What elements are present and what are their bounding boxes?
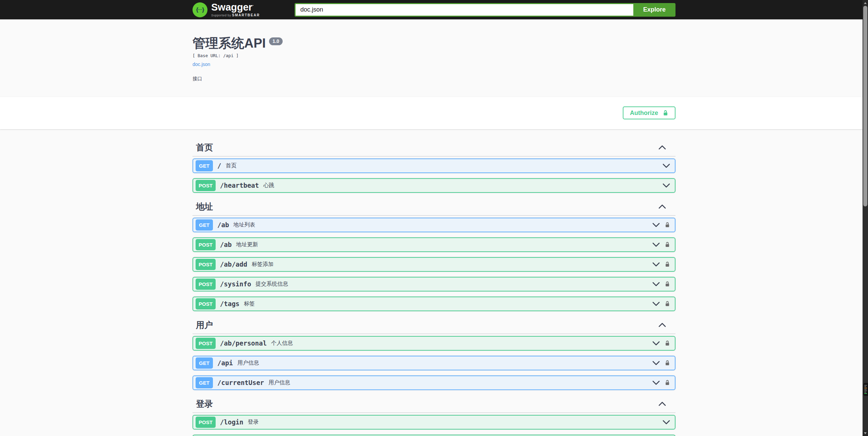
lock-icon[interactable] [665, 261, 670, 268]
api-tag-section: 用户 POST /ab/personal 个人信息 GET /api 用户信息 [193, 316, 675, 390]
operation-row[interactable]: POST /tags 标签 [193, 297, 675, 311]
minimap-widget [863, 383, 868, 396]
unlock-icon [663, 110, 668, 117]
endpoint-path: /heartbeat [220, 182, 259, 189]
api-tag-section: 地址 GET /ab 地址列表 POST /ab 地址更新 [193, 198, 675, 311]
chevron-down-icon[interactable] [652, 262, 660, 267]
operation-row[interactable]: POST /ab/personal 个人信息 [193, 336, 675, 351]
method-badge: GET [196, 219, 213, 231]
lock-icon[interactable] [665, 340, 670, 347]
authorize-label: Authorize [630, 110, 658, 117]
chevron-down-icon[interactable] [652, 381, 660, 385]
endpoint-path: /ab/personal [220, 339, 267, 347]
api-description: 接口 [193, 76, 675, 82]
section-title: 用户 [196, 319, 213, 331]
chevron-down-icon[interactable] [652, 242, 660, 247]
chevron-down-icon[interactable] [652, 223, 660, 227]
operation-row[interactable]: GET /api 用户信息 [193, 356, 675, 370]
version-badge: 1.0 [269, 37, 282, 45]
operation-row[interactable]: POST /heartbeat 心跳 [193, 178, 675, 193]
operation-row[interactable]: POST /ab/add 标签添加 [193, 257, 675, 272]
endpoint-path: /api [217, 359, 233, 367]
endpoint-summary: 用户信息 [268, 379, 290, 386]
section-header[interactable]: 用户 [193, 316, 675, 334]
operation-row[interactable]: POST /login/outLogin 退出登录 [193, 435, 675, 436]
chevron-down-icon[interactable] [652, 302, 660, 306]
chevron-down-icon[interactable] [663, 420, 670, 424]
section-title: 地址 [196, 201, 213, 212]
section-title: 登录 [196, 398, 213, 409]
lock-icon[interactable] [665, 359, 670, 367]
lock-icon[interactable] [665, 300, 670, 307]
endpoint-path: /ab [217, 221, 229, 229]
section-header[interactable]: 首页 [193, 139, 675, 156]
page-title: 管理系统API1.0 [193, 36, 675, 51]
method-badge: POST [196, 298, 216, 309]
endpoint-summary: 地址列表 [233, 221, 255, 229]
spec-link[interactable]: doc.json [193, 62, 210, 67]
api-tag-section: 首页 GET / 首页 POST /heartbeat 心跳 [193, 139, 675, 193]
lock-icon[interactable] [665, 221, 670, 229]
chevron-up-icon[interactable] [658, 204, 666, 209]
chevron-up-icon[interactable] [658, 323, 666, 327]
method-badge: POST [196, 180, 216, 191]
operation-row[interactable]: POST /login 登录 [193, 415, 675, 430]
operation-row[interactable]: POST /ab 地址更新 [193, 237, 675, 252]
endpoint-path: /login [220, 418, 244, 426]
section-header[interactable]: 登录 [193, 395, 675, 413]
endpoint-summary: 个人信息 [271, 340, 293, 347]
scrollbar[interactable] [863, 0, 868, 436]
topbar: {···} Swagger. Supported by SMARTBEAR Ex… [0, 0, 868, 19]
method-badge: POST [196, 239, 216, 250]
endpoint-path: /tags [220, 300, 239, 307]
scroll-down-icon [864, 432, 867, 434]
lock-icon[interactable] [665, 281, 670, 288]
info-section: 管理系统API1.0 [ Base URL: /api ] doc.json 接… [0, 19, 868, 97]
base-url: [ Base URL: /api ] [193, 53, 675, 58]
swagger-logo-icon: {···} [193, 2, 207, 17]
lock-icon[interactable] [665, 241, 670, 248]
chevron-up-icon[interactable] [658, 145, 666, 150]
method-badge: POST [196, 338, 216, 349]
swagger-logo[interactable]: {···} Swagger. Supported by SMARTBEAR [193, 2, 260, 17]
explore-button[interactable]: Explore [633, 3, 675, 17]
section-header[interactable]: 地址 [193, 198, 675, 216]
chevron-down-icon[interactable] [652, 282, 660, 286]
lock-icon[interactable] [665, 379, 670, 386]
scroll-up-button[interactable] [863, 0, 868, 6]
endpoint-path: /ab [220, 241, 232, 248]
endpoint-summary: 标签 [244, 300, 255, 307]
scroll-down-button[interactable] [863, 430, 868, 436]
endpoint-summary: 首页 [226, 162, 236, 169]
operation-row[interactable]: GET /currentUser 用户信息 [193, 375, 675, 390]
method-badge: GET [196, 377, 213, 388]
chevron-down-icon[interactable] [652, 341, 660, 346]
brand-subtitle: Supported by SMARTBEAR [211, 14, 260, 17]
endpoint-summary: 用户信息 [237, 359, 259, 367]
endpoint-summary: 提交系统信息 [255, 281, 288, 288]
chevron-up-icon[interactable] [658, 402, 666, 406]
method-badge: POST [196, 417, 216, 428]
endpoint-summary: 登录 [248, 419, 258, 426]
scheme-container: Authorize [0, 97, 868, 129]
scrollbar-thumb[interactable] [863, 6, 867, 206]
operation-row[interactable]: GET / 首页 [193, 158, 675, 173]
endpoint-path: / [217, 162, 221, 169]
endpoint-summary: 标签添加 [252, 261, 273, 268]
scroll-up-icon [864, 2, 867, 4]
search-input[interactable] [295, 3, 633, 17]
method-badge: GET [196, 160, 213, 171]
method-badge: POST [196, 259, 216, 270]
authorize-button[interactable]: Authorize [623, 106, 675, 119]
operation-row[interactable]: POST /sysinfo 提交系统信息 [193, 277, 675, 291]
chevron-down-icon[interactable] [663, 164, 670, 168]
brand-name: Swagger. [211, 2, 260, 12]
method-badge: POST [196, 279, 216, 290]
endpoint-path: /sysinfo [220, 280, 251, 288]
chevron-down-icon[interactable] [663, 183, 670, 188]
section-title: 首页 [196, 142, 213, 153]
chevron-down-icon[interactable] [652, 361, 660, 365]
endpoint-summary: 地址更新 [236, 241, 258, 248]
method-badge: GET [196, 357, 213, 369]
operation-row[interactable]: GET /ab 地址列表 [193, 218, 675, 232]
